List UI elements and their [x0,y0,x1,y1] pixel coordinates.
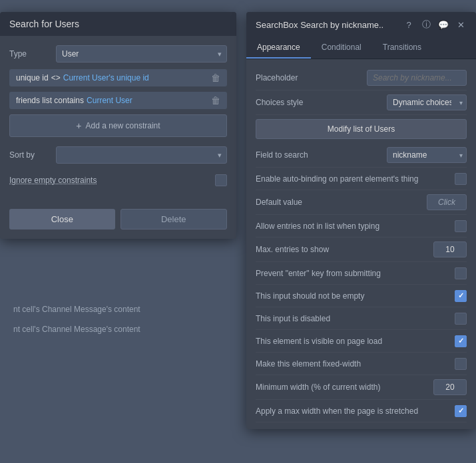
constraint-1-delete[interactable]: 🗑 [211,73,220,82]
constraint-row-1: unique id <> Current User's unique id 🗑 [9,69,227,86]
add-constraint-label: Add a new constraint [86,121,160,130]
constraint-1-value: Current User's unique id [63,73,149,82]
allow-entries-checkbox[interactable] [455,220,467,232]
right-panel-title: SearchBox Search by nickname.. [256,20,383,30]
placeholder-input[interactable] [367,70,467,86]
sort-row: Sort by [9,146,227,164]
fixed-width-label: Make this element fixed-width [256,359,455,369]
visible-checkbox[interactable] [455,335,467,347]
default-value-label: Default value [256,198,427,207]
header-icons: ? ⓘ 💬 ✕ [403,19,467,31]
close-icon[interactable]: ✕ [455,19,467,31]
not-empty-label: This input should not be empty [256,291,455,301]
field-to-search-select[interactable]: nickname [387,147,467,163]
choices-style-row: Choices style Dynamic choices Static cho… [256,90,467,115]
placeholder-row: Placeholder [256,66,467,90]
type-select[interactable]: User [56,45,227,63]
constraint-2-delete[interactable]: 🗑 [211,96,220,105]
prevent-enter-row: Prevent "enter" key from submitting [256,262,467,285]
visible-label: This element is visible on page load [256,337,455,346]
ignore-row: Ignore empty constraints [9,170,227,190]
sort-select[interactable] [56,146,227,164]
max-entries-input[interactable] [433,241,467,257]
not-empty-row: This input should not be empty [256,285,467,307]
delete-button[interactable]: Delete [120,209,228,230]
constraint-2-value: Current User [87,96,132,105]
ignore-label: Ignore empty constraints [9,176,215,185]
prevent-enter-label: Prevent "enter" key from submitting [256,269,455,278]
left-modal-body: Type User unique id <> Current User's un… [0,36,236,209]
type-label: Type [9,49,56,59]
allow-entries-row: Allow entries not in list when typing [256,215,467,237]
allow-entries-label: Allow entries not in list when typing [256,222,455,231]
choices-style-select-wrapper: Dynamic choices Static choices [387,94,467,110]
auto-binding-row: Enable auto-binding on parent element's … [256,168,467,190]
field-to-search-row: Field to search nickname [256,143,467,168]
fixed-width-row: Make this element fixed-width [256,353,467,375]
not-empty-checkbox[interactable] [455,290,467,302]
search-users-modal: Search for Users Type User unique id <> … [0,12,236,239]
max-entries-row: Max. entries to show [256,237,467,262]
auto-binding-label: Enable auto-binding on parent element's … [256,174,455,184]
choices-style-select[interactable]: Dynamic choices Static choices [387,94,467,110]
constraint-1-operator: <> [51,73,61,82]
fixed-width-checkbox[interactable] [455,358,467,370]
type-select-wrapper: User [56,45,227,63]
max-width-label: Apply a max width when the page is stret… [256,406,455,416]
searchbox-properties-panel: SearchBox Search by nickname.. ? ⓘ 💬 ✕ A… [246,12,476,429]
default-value-row: Default value Click [256,190,467,215]
plus-icon: + [76,120,81,131]
constraint-2-keyword: friends list contains [16,96,84,105]
max-entries-label: Max. entries to show [256,245,433,254]
max-width-checkbox[interactable] [455,405,467,417]
ignore-checkbox[interactable] [215,174,227,186]
field-to-search-label: Field to search [256,150,387,160]
left-modal-title: Search for Users [0,12,236,36]
min-width-row: Minimum width (% of current width) [256,375,467,400]
min-width-input[interactable] [433,379,467,395]
tab-appearance[interactable]: Appearance [246,37,311,59]
prevent-enter-checkbox[interactable] [455,267,467,279]
visible-row: This element is visible on page load [256,330,467,353]
field-to-search-select-wrapper: nickname [387,147,467,163]
panel-body: Placeholder Choices style Dynamic choice… [246,59,476,429]
comment-icon[interactable]: 💬 [437,19,449,31]
constraint-row-2: friends list contains Current User 🗑 [9,92,227,109]
disabled-row: This input is disabled [256,307,467,330]
placeholder-label: Placeholder [256,73,367,82]
sort-select-wrapper [56,146,227,164]
info-icon[interactable]: ⓘ [420,19,432,31]
tabs-row: Appearance Conditional Transitions [246,37,476,59]
close-button[interactable]: Close [9,209,115,230]
auto-binding-checkbox[interactable] [455,173,467,185]
min-width-label: Minimum width (% of current width) [256,383,433,392]
choices-style-label: Choices style [256,98,387,107]
tab-transitions[interactable]: Transitions [372,37,432,59]
tab-conditional[interactable]: Conditional [311,37,372,59]
max-width-row: Apply a max width when the page is stret… [256,400,467,422]
constraint-1-keyword: unique id [16,73,49,82]
right-panel-header: SearchBox Search by nickname.. ? ⓘ 💬 ✕ [246,12,476,37]
disabled-label: This input is disabled [256,314,455,323]
add-constraint-button[interactable]: + Add a new constraint [9,114,227,137]
disabled-checkbox[interactable] [455,313,467,325]
default-value-input[interactable]: Click [427,194,467,210]
modify-list-button[interactable]: Modify list of Users [256,119,467,139]
type-row: Type User [9,45,227,63]
modal-footer: Close Delete [0,209,236,239]
help-icon[interactable]: ? [403,19,415,31]
sort-label: Sort by [9,150,56,160]
